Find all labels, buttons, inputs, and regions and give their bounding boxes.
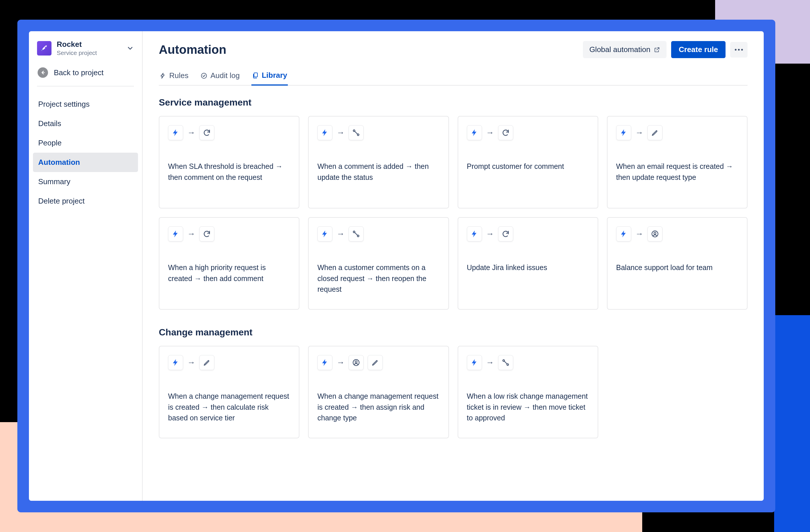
main-content: Automation Global automation Create rule… <box>143 31 764 501</box>
project-icon <box>37 41 51 55</box>
arrow-icon: → <box>187 229 195 238</box>
project-subtitle: Service project <box>57 49 121 56</box>
project-label: Rocket Service project <box>57 40 121 56</box>
automation-template-card[interactable]: →Prompt customer for comment <box>458 116 598 209</box>
automation-template-card[interactable]: →When a high priority request is created… <box>159 217 299 310</box>
automation-template-card[interactable]: →When a comment is added → then update t… <box>308 116 449 209</box>
card-description: Prompt customer for comment <box>467 161 589 172</box>
arrow-icon: → <box>635 128 643 137</box>
card-description: Update Jira linked issues <box>467 262 589 273</box>
back-label: Back to project <box>54 68 103 77</box>
lightning-icon <box>317 227 333 242</box>
arrow-icon: → <box>486 229 494 238</box>
create-rule-button[interactable]: Create rule <box>671 41 726 58</box>
card-description: When an email request is created → then … <box>616 161 738 183</box>
arrow-icon: → <box>486 128 494 137</box>
arrow-icon: → <box>187 358 195 367</box>
card-icon-row: → <box>616 227 738 242</box>
automation-template-card[interactable]: →When an email request is created → then… <box>607 116 747 209</box>
bg-blue-right <box>774 315 810 532</box>
back-arrow-icon <box>37 67 48 78</box>
arrow-icon: → <box>337 229 344 238</box>
sidebar-item-automation[interactable]: Automation <box>33 153 138 172</box>
sidebar-item-project-settings[interactable]: Project settings <box>33 95 138 114</box>
check-circle-icon <box>200 72 207 79</box>
lightning-icon <box>168 125 183 140</box>
automation-template-card[interactable]: →When a customer comments on a closed re… <box>308 217 449 310</box>
card-description: When a low risk change management ticket… <box>467 391 589 423</box>
external-link-icon <box>654 47 660 53</box>
chevron-down-icon[interactable] <box>126 45 134 52</box>
more-menu-button[interactable] <box>730 42 747 57</box>
app-frame: Rocket Service project Back to project P… <box>17 20 775 512</box>
branch-icon <box>498 355 513 370</box>
tab-library[interactable]: Library <box>252 68 288 86</box>
pencil-icon <box>199 355 214 370</box>
sidebar-item-details[interactable]: Details <box>33 114 138 133</box>
sidebar-item-people[interactable]: People <box>33 133 138 153</box>
arrow-icon: → <box>337 358 344 367</box>
sidebar-item-delete-project[interactable]: Delete project <box>33 192 138 211</box>
automation-template-card[interactable]: →When a change management request is cre… <box>159 346 299 438</box>
tab-audit-log[interactable]: Audit log <box>200 68 240 85</box>
main-header: Automation Global automation Create rule <box>159 41 747 58</box>
refresh-icon <box>498 227 513 242</box>
svg-point-0 <box>45 47 46 48</box>
card-description: When SLA threshold is breached → then co… <box>168 161 290 183</box>
lightning-icon <box>317 125 333 140</box>
card-description: When a high priority request is created … <box>168 262 290 284</box>
card-grid: →When SLA threshold is breached → then c… <box>159 116 747 310</box>
card-icon-row: → <box>616 125 738 140</box>
lightning-icon <box>467 125 482 140</box>
card-icon-row: → <box>168 125 290 140</box>
back-to-project-button[interactable]: Back to project <box>29 62 142 86</box>
card-icon-row: → <box>467 355 589 370</box>
lightning-icon <box>616 125 631 140</box>
nav-list: Project settingsDetailsPeopleAutomationS… <box>29 95 142 211</box>
sidebar: Rocket Service project Back to project P… <box>29 31 143 501</box>
app-window: Rocket Service project Back to project P… <box>29 31 764 501</box>
card-icon-row: → <box>168 355 290 370</box>
card-description: When a comment is added → then update th… <box>317 161 439 183</box>
automation-template-card[interactable]: →When a change management request is cre… <box>308 346 449 438</box>
card-icon-row: → <box>168 227 290 242</box>
sidebar-divider <box>37 86 134 86</box>
refresh-icon <box>199 227 214 242</box>
lightning-icon <box>168 355 183 370</box>
card-icon-row: → <box>317 227 439 242</box>
card-description: When a change management request is crea… <box>317 391 439 423</box>
lightning-icon <box>467 227 482 242</box>
card-icon-row: → <box>317 355 439 370</box>
global-automation-button[interactable]: Global automation <box>583 41 666 58</box>
refresh-icon <box>199 125 214 140</box>
tabs: RulesAudit logLibrary <box>159 68 747 86</box>
card-description: Balance support load for team <box>616 262 738 273</box>
branch-icon <box>349 227 363 242</box>
arrow-icon: → <box>635 229 643 238</box>
tab-rules[interactable]: Rules <box>159 68 189 85</box>
copy-icon <box>252 72 259 79</box>
lightning-icon <box>159 72 166 79</box>
card-description: When a change management request is crea… <box>168 391 290 423</box>
pencil-icon <box>368 355 383 370</box>
automation-template-card[interactable]: →Update Jira linked issues <box>458 217 598 310</box>
global-automation-label: Global automation <box>589 45 650 54</box>
lightning-icon <box>168 227 183 242</box>
card-description: When a customer comments on a closed req… <box>317 262 439 295</box>
person-icon <box>349 355 363 370</box>
card-icon-row: → <box>317 125 439 140</box>
arrow-icon: → <box>337 128 344 137</box>
sidebar-item-summary[interactable]: Summary <box>33 172 138 192</box>
header-actions: Global automation Create rule <box>583 41 747 58</box>
automation-template-card[interactable]: →Balance support load for team <box>607 217 747 310</box>
lightning-icon <box>317 355 333 370</box>
project-switcher[interactable]: Rocket Service project <box>29 31 142 62</box>
card-icon-row: → <box>467 227 589 242</box>
branch-icon <box>349 125 363 140</box>
card-icon-row: → <box>467 125 589 140</box>
automation-template-card[interactable]: →When a low risk change management ticke… <box>458 346 598 438</box>
sections-container: Service management→When SLA threshold is… <box>159 97 747 438</box>
lightning-icon <box>467 355 482 370</box>
section-title: Change management <box>159 327 747 338</box>
automation-template-card[interactable]: →When SLA threshold is breached → then c… <box>159 116 299 209</box>
